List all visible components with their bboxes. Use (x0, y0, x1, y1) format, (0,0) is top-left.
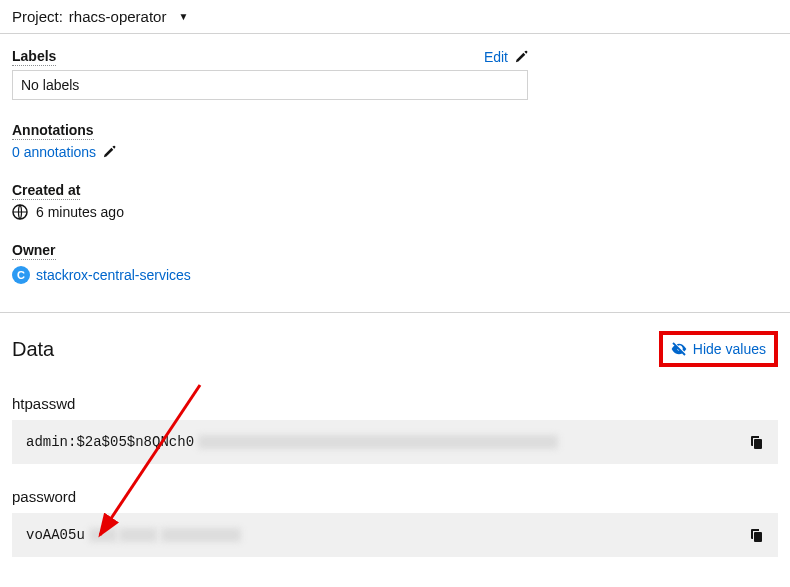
annotations-heading: Annotations (12, 122, 94, 140)
data-value-visible: voAA05u (26, 527, 85, 543)
data-key: htpasswd (12, 395, 778, 412)
copy-icon (748, 527, 764, 543)
hide-values-button[interactable]: Hide values (659, 331, 778, 367)
copy-icon (748, 434, 764, 450)
data-heading: Data (12, 338, 54, 361)
data-value-visible: admin:$2a$05$n8QNch0 (26, 434, 194, 450)
redacted-icon (198, 435, 558, 449)
globe-icon (12, 204, 28, 220)
labels-empty-box: No labels (12, 70, 528, 100)
data-value-box: admin:$2a$05$n8QNch0 (12, 420, 778, 464)
annotations-link[interactable]: 0 annotations (12, 144, 116, 160)
project-name: rhacs-operator (69, 8, 167, 25)
data-entry: password voAA05u (12, 488, 778, 557)
project-prefix: Project: (12, 8, 63, 25)
owner-link[interactable]: stackrox-central-services (36, 267, 191, 283)
edit-labels-link[interactable]: Edit (484, 49, 528, 65)
redacted-icon (161, 528, 241, 542)
eye-slash-icon (671, 341, 687, 357)
redacted-icon (119, 528, 157, 542)
data-entry: htpasswd admin:$2a$05$n8QNch0 (12, 395, 778, 464)
created-heading: Created at (12, 182, 80, 200)
created-value: 6 minutes ago (36, 204, 124, 220)
owner-badge: C (12, 266, 30, 284)
hide-values-text: Hide values (693, 341, 766, 357)
pencil-icon (514, 50, 528, 64)
data-value-box: voAA05u (12, 513, 778, 557)
caret-down-icon: ▼ (178, 11, 188, 22)
annotations-link-text: 0 annotations (12, 144, 96, 160)
owner-heading: Owner (12, 242, 56, 260)
labels-heading: Labels (12, 48, 56, 66)
data-key: password (12, 488, 778, 505)
copy-button[interactable] (748, 527, 764, 543)
project-selector[interactable]: Project: rhacs-operator ▼ (0, 0, 790, 33)
copy-button[interactable] (748, 434, 764, 450)
edit-label-text: Edit (484, 49, 508, 65)
pencil-icon (102, 145, 116, 159)
redacted-icon (89, 528, 117, 542)
